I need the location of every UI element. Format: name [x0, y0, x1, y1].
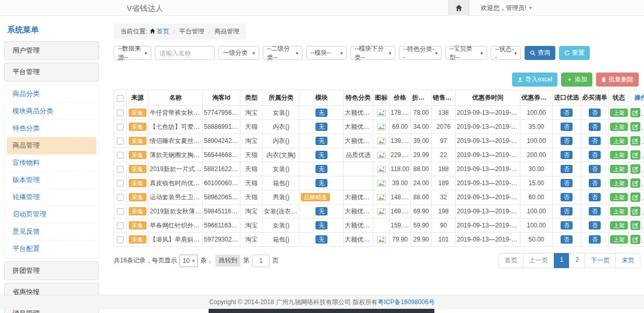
row-checkbox[interactable] [117, 222, 124, 229]
pager-item-1[interactable]: 1 [554, 253, 570, 268]
must-buy-toggle[interactable]: 否 [589, 137, 601, 145]
row-checkbox[interactable] [117, 166, 124, 173]
status-toggle[interactable]: 上架 [610, 235, 628, 244]
import-excel-button[interactable]: 导入excel [512, 73, 557, 87]
edit-button[interactable] [630, 192, 640, 202]
module-badge[interactable]: 无 [315, 221, 327, 230]
must-buy-toggle[interactable]: 否 [589, 207, 601, 215]
user-menu[interactable]: 欢迎您，管理员! ▾ [469, 0, 532, 16]
status-toggle[interactable]: 上架 [610, 109, 628, 117]
batch-delete-button[interactable]: 批量删除 [596, 73, 639, 87]
search-button[interactable]: 查询 [525, 46, 555, 60]
pager-item-下一页[interactable]: 下一页 [585, 253, 616, 268]
row-checkbox[interactable] [117, 236, 124, 243]
module-badge[interactable]: 无 [315, 207, 327, 215]
row-checkbox[interactable] [117, 138, 124, 145]
special-category-select[interactable]: --特色分类--▾ [399, 46, 442, 60]
sidebar-item[interactable]: 商品管理 [7, 137, 96, 154]
module-badge[interactable]: 无 [315, 151, 327, 159]
module-badge[interactable]: 无 [315, 179, 327, 187]
level2-category-select[interactable]: --二级分类--▾ [263, 46, 302, 60]
module-subcategory-select[interactable]: --模块下分类--▾ [350, 46, 395, 60]
sidebar-item[interactable]: 特色分类 [7, 120, 96, 137]
sidebar-group-header[interactable]: 平台管理 [4, 63, 99, 81]
edit-button[interactable] [630, 178, 640, 188]
edit-button[interactable] [630, 235, 640, 244]
import-select-toggle[interactable]: 否 [561, 151, 573, 159]
import-select-toggle[interactable]: 否 [561, 137, 573, 145]
reset-button[interactable]: 重置 [559, 46, 590, 60]
must-buy-toggle[interactable]: 否 [589, 179, 601, 187]
home-button[interactable] [448, 0, 469, 16]
data-source-select[interactable]: --数据来源--▾ [114, 46, 151, 60]
row-checkbox[interactable] [117, 110, 124, 116]
status-toggle[interactable]: 上架 [610, 207, 628, 215]
source-cell: 采集 [127, 148, 149, 162]
import-select-toggle[interactable]: 否 [561, 123, 573, 131]
row-checkbox[interactable] [117, 152, 124, 159]
must-buy-toggle[interactable]: 否 [589, 193, 601, 201]
pager-item-2[interactable]: 2 [569, 253, 585, 268]
import-select-toggle[interactable]: 否 [561, 179, 573, 187]
sidebar-item[interactable]: 商品分类 [7, 86, 96, 103]
name-input[interactable] [155, 46, 215, 60]
sidebar-group-header[interactable]: 拼团管理 [4, 261, 99, 280]
edit-button[interactable] [630, 108, 640, 117]
add-button[interactable]: ＋ 添加 [561, 73, 592, 87]
sidebar-item[interactable]: 版本管理 [7, 172, 96, 189]
sidebar-item[interactable]: 平台配置 [7, 240, 96, 257]
import-select-toggle[interactable]: 否 [561, 109, 573, 117]
row-checkbox[interactable] [117, 180, 124, 187]
edit-button[interactable] [630, 221, 640, 230]
edit-button[interactable] [630, 207, 640, 216]
sidebar-item[interactable]: 轮播管理 [7, 189, 96, 206]
module-badge[interactable]: 无 [315, 123, 327, 131]
module-select[interactable]: --模块--▾ [306, 46, 347, 60]
pager-item-末页[interactable]: 末页 [615, 253, 640, 268]
must-buy-toggle[interactable]: 否 [589, 221, 601, 230]
row-checkbox[interactable] [117, 194, 124, 201]
import-select-toggle[interactable]: 否 [561, 235, 573, 244]
page-size-select[interactable]: 10 ▾ [179, 255, 198, 267]
import-select-toggle[interactable]: 否 [561, 193, 573, 201]
edit-button[interactable] [630, 164, 640, 174]
item-type-select[interactable]: --宝贝类型--▾ [445, 46, 487, 60]
status-toggle[interactable]: 上架 [610, 221, 628, 230]
import-select-toggle[interactable]: 否 [561, 165, 573, 173]
sidebar-item[interactable]: 模块商品分类 [7, 103, 96, 120]
must-buy-toggle[interactable]: 否 [589, 123, 601, 131]
module-badge[interactable]: 品牌精选 [301, 193, 330, 201]
edit-button[interactable] [630, 122, 640, 131]
import-select-toggle[interactable]: 否 [561, 221, 573, 230]
module-badge[interactable]: 无 [315, 165, 327, 173]
module-badge[interactable]: 无 [315, 235, 327, 244]
status-toggle[interactable]: 上架 [610, 137, 628, 145]
edit-button[interactable] [630, 150, 640, 160]
status-toggle[interactable]: 上架 [610, 123, 628, 131]
select-all-checkbox[interactable] [117, 95, 124, 102]
import-select-toggle[interactable]: 否 [561, 207, 573, 215]
row-checkbox[interactable] [117, 208, 124, 215]
must-buy-toggle[interactable]: 否 [589, 151, 601, 159]
must-buy-toggle[interactable]: 否 [589, 109, 601, 117]
edit-button[interactable] [630, 136, 640, 146]
sidebar-item[interactable]: 意见反馈 [7, 223, 96, 240]
module-badge[interactable]: 无 [315, 109, 327, 117]
status-toggle[interactable]: 上架 [610, 193, 628, 201]
icp-link[interactable]: 粤ICP备16098006号 [378, 298, 434, 307]
status-toggle[interactable]: 上架 [610, 165, 628, 173]
status-toggle[interactable]: 上架 [610, 179, 628, 187]
discount-price-cell: 34.00 [411, 120, 432, 134]
status-toggle[interactable]: 上架 [610, 151, 628, 159]
status-select[interactable]: --状态--▾ [491, 46, 521, 60]
module-badge[interactable]: 无 [315, 137, 327, 145]
must-buy-toggle[interactable]: 否 [589, 235, 601, 244]
sidebar-item[interactable]: 宣传物料 [7, 154, 96, 172]
must-buy-toggle[interactable]: 否 [589, 165, 601, 173]
breadcrumb-home-link[interactable]: 首页 [150, 27, 169, 36]
row-checkbox[interactable] [117, 124, 124, 130]
level1-category-select[interactable]: 一级分类▾ [218, 46, 259, 60]
jump-page-input[interactable] [252, 255, 270, 267]
sidebar-group-header[interactable]: 用户管理 [4, 41, 99, 60]
sidebar-item[interactable]: 启动页管理 [7, 206, 96, 223]
